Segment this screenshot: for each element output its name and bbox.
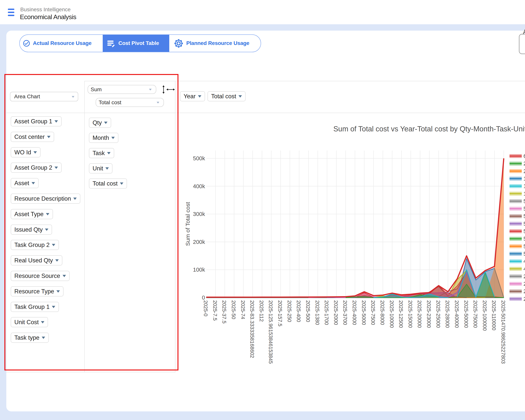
svg-text:2025-20000: 2025-20000 [417, 300, 422, 328]
svg-text:2025-7.5: 2025-7.5 [212, 300, 218, 321]
svg-text:2025-25000: 2025-25000 [435, 300, 441, 328]
svg-text:5: 5 [524, 236, 525, 242]
svg-text:2025-15000: 2025-15000 [407, 300, 413, 328]
svg-text:2: 2 [524, 273, 525, 280]
svg-text:Sum of Total cost vs Year-Tota: Sum of Total cost vs Year-Total cost by … [333, 125, 525, 133]
svg-text:2025-40000: 2025-40000 [454, 300, 459, 328]
svg-text:2025-83.3333358168602: 2025-83.3333358168602 [249, 300, 255, 358]
svg-text:2025-12500: 2025-12500 [398, 300, 404, 328]
svg-text:2025-7500: 2025-7500 [370, 300, 376, 325]
svg-text:100k: 100k [193, 267, 205, 273]
svg-text:1: 1 [524, 191, 525, 197]
svg-text:2025-74: 2025-74 [240, 300, 246, 319]
svg-text:4: 4 [524, 266, 525, 272]
svg-text:4: 4 [524, 258, 525, 264]
svg-text:2025-23000: 2025-23000 [426, 300, 432, 328]
svg-text:5: 5 [524, 205, 525, 212]
svg-text:Sum of Total cost: Sum of Total cost [185, 202, 191, 246]
svg-text:2025-250: 2025-250 [287, 300, 292, 322]
svg-text:2025-1700: 2025-1700 [324, 300, 329, 325]
svg-text:2025-28000: 2025-28000 [444, 300, 450, 328]
svg-text:2025-4000: 2025-4000 [352, 300, 357, 325]
svg-text:2025-125.96153846153845: 2025-125.96153846153845 [268, 300, 273, 364]
svg-text:5: 5 [524, 198, 525, 204]
svg-text:6: 6 [524, 153, 525, 159]
svg-text:2025-500: 2025-500 [305, 300, 311, 322]
svg-text:2025-110000: 2025-110000 [491, 300, 497, 330]
svg-text:2025-1380: 2025-1380 [314, 300, 320, 325]
svg-text:2025-400: 2025-400 [296, 300, 301, 322]
svg-text:5: 5 [524, 228, 525, 234]
svg-text:2: 2 [524, 168, 525, 174]
svg-text:1: 1 [524, 176, 525, 182]
svg-text:2025-3700: 2025-3700 [342, 300, 348, 325]
svg-text:400k: 400k [193, 183, 205, 189]
svg-text:2025-2000: 2025-2000 [333, 300, 339, 325]
svg-text:2025-112: 2025-112 [259, 300, 264, 322]
svg-text:2025-50: 2025-50 [231, 300, 236, 319]
svg-text:2025-100000: 2025-100000 [482, 300, 488, 331]
svg-text:2025-50000: 2025-50000 [463, 300, 469, 328]
svg-text:1: 1 [524, 183, 525, 189]
svg-text:2: 2 [524, 296, 525, 302]
svg-text:200k: 200k [193, 239, 205, 245]
svg-text:2: 2 [524, 288, 525, 294]
svg-text:2025-37.5: 2025-37.5 [221, 300, 227, 324]
svg-text:2025-10000: 2025-10000 [389, 300, 394, 328]
svg-text:2025-157.5: 2025-157.5 [277, 300, 283, 327]
svg-text:500k: 500k [193, 155, 205, 161]
svg-text:2: 2 [524, 160, 525, 167]
svg-text:5: 5 [524, 251, 525, 257]
svg-text:2025-5000: 2025-5000 [361, 300, 367, 325]
svg-text:5: 5 [524, 213, 525, 219]
svg-text:5: 5 [524, 221, 525, 227]
svg-text:2025-8000: 2025-8000 [379, 300, 385, 325]
svg-text:2: 2 [524, 281, 525, 287]
svg-text:5: 5 [524, 243, 525, 249]
svg-text:0: 0 [202, 295, 205, 301]
svg-text:300k: 300k [193, 211, 205, 217]
svg-text:2025-75000: 2025-75000 [472, 300, 478, 328]
svg-text:2025-501470.98625227803: 2025-501470.98625227803 [500, 300, 506, 364]
svg-text:2025-0: 2025-0 [203, 300, 208, 316]
